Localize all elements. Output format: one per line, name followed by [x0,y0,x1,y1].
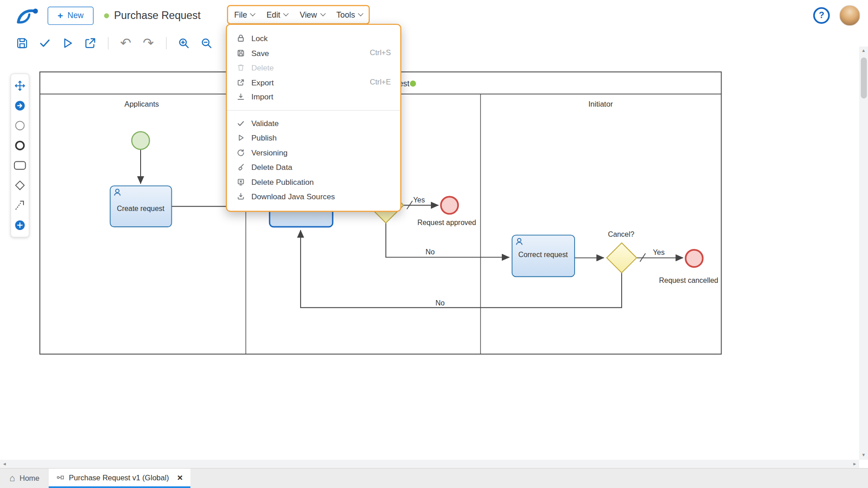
pool-status-dot [410,80,416,86]
menu-item-import[interactable]: Import [227,89,400,104]
flow-label-yes1: Yes [413,196,425,204]
flow-label-no2: No [435,299,444,307]
menu-item-download-java-sources[interactable]: Download Java Sources [227,189,400,204]
end-event-cancelled-label: Request cancelled [659,277,718,284]
menu-item-label: Versioning [251,148,288,157]
menu-shortcut: Ctrl+E [370,78,391,86]
app-root: Purchase Request Applicants Initiator Ye… [0,0,868,488]
toolbar: ↶ ↷ [0,31,868,56]
menu-item-export[interactable]: Export Ctrl+E [227,75,400,89]
check-icon [236,119,245,128]
tab-home[interactable]: ⌂ Home [0,469,49,488]
menu-item-versioning[interactable]: Versioning [227,145,400,160]
menu-tools-label: Tools [336,10,355,19]
save-icon[interactable] [13,34,32,53]
scroll-right-icon[interactable]: ► [850,460,859,469]
help-icon[interactable]: ? [813,7,830,24]
vertical-scrollbar[interactable]: ▲ ▼ [859,47,868,460]
menu-view[interactable]: View [300,10,325,19]
page-title: Purchase Request [114,9,200,22]
menubar: File Edit View Tools [227,5,370,24]
move-tool-icon[interactable] [13,79,26,92]
bottom-tab-bar: ⌂ Home Purchase Request v1 (Global) × [0,468,868,488]
gateway-tool-icon[interactable] [13,179,26,192]
history-icon [236,148,245,157]
end-event-approved-label: Request approved [417,219,476,226]
menu-edit[interactable]: Edit [266,10,288,19]
download-icon [236,192,245,201]
menu-file[interactable]: File [234,10,255,19]
home-icon: ⌂ [9,474,15,483]
start-event[interactable] [132,131,149,149]
publish-icon[interactable] [58,34,77,53]
export-icon[interactable] [81,34,100,53]
task-correct-request[interactable]: Correct request [512,235,575,277]
vertical-scroll-thumb[interactable] [860,57,866,99]
add-tool-icon[interactable] [13,219,26,232]
zoom-out-icon[interactable] [197,34,216,53]
chevron-down-icon [358,11,363,16]
menu-item-label: Validate [251,119,279,128]
menu-item-label: Save [251,48,269,57]
menu-file-label: File [234,10,247,19]
save-icon [236,48,245,57]
file-menu-dropdown: Lock Save Ctrl+S Delete Export Ctrl+E [226,24,401,212]
start-event-tool-icon[interactable] [13,119,26,132]
zoom-in-icon[interactable] [175,34,193,53]
delete-publication-icon [236,178,245,187]
import-icon [236,93,245,102]
annotation-connector-tool-icon[interactable] [13,199,26,212]
menu-item-label: Publish [251,133,277,142]
menu-item-label: Lock [251,34,268,43]
menu-item-publish[interactable]: Publish [227,131,400,145]
menu-item-lock[interactable]: Lock [227,31,400,46]
undo-icon[interactable]: ↶ [116,34,135,53]
broom-icon [236,163,245,172]
app-logo [13,4,38,27]
new-button-label: New [67,11,84,20]
menu-item-delete-data[interactable]: Delete Data [227,160,400,174]
menu-item-label: Delete Publication [251,178,314,187]
bpmn-canvas[interactable]: Purchase Request Applicants Initiator Ye… [0,55,868,459]
lock-icon [236,34,245,43]
process-icon [57,474,64,481]
task-correct-request-label: Correct request [518,251,568,258]
chevron-down-icon [250,11,255,16]
tab-home-label: Home [19,474,39,482]
validate-icon[interactable] [35,34,54,53]
scroll-down-icon[interactable]: ▼ [859,451,868,460]
tab-purchase-request[interactable]: Purchase Request v1 (Global) × [49,469,190,488]
task-create-request[interactable]: Create request [110,186,172,227]
chevron-down-icon [320,11,326,16]
task-create-request-label: Create request [117,205,165,212]
menu-item-validate[interactable]: Validate [227,116,400,131]
close-icon[interactable]: × [177,473,183,482]
lane-label-applicants: Applicants [124,100,159,108]
flow-label-no1: No [425,248,434,256]
menu-item-label: Download Java Sources [251,192,335,201]
user-avatar[interactable] [839,5,860,26]
flow-label-yes2: Yes [653,249,665,256]
menu-item-label: Delete [251,63,274,72]
menu-item-save[interactable]: Save Ctrl+S [227,46,400,60]
connect-tool-icon[interactable] [13,99,26,112]
tab-active-label: Purchase Request v1 (Global) [69,474,169,482]
end-event-tool-icon[interactable] [13,139,26,152]
menu-shortcut: Ctrl+S [370,49,391,57]
menu-item-delete[interactable]: Delete [227,60,400,75]
horizontal-scrollbar[interactable]: ◄ ► [0,460,859,468]
process-status-dot [104,13,109,18]
export-icon [236,78,245,87]
menu-item-delete-publication[interactable]: Delete Publication [227,174,400,189]
end-event-cancelled[interactable] [686,250,703,267]
menu-tools[interactable]: Tools [336,10,363,19]
toolbar-divider [166,37,166,49]
scroll-left-icon[interactable]: ◄ [0,460,9,469]
task-tool-icon[interactable] [13,159,26,172]
new-button[interactable]: + New [47,6,94,24]
menu-view-label: View [300,10,317,19]
toolbar-divider [108,37,108,49]
scroll-up-icon[interactable]: ▲ [859,47,868,56]
redo-icon[interactable]: ↷ [139,34,158,53]
end-event-approved[interactable] [441,197,458,214]
